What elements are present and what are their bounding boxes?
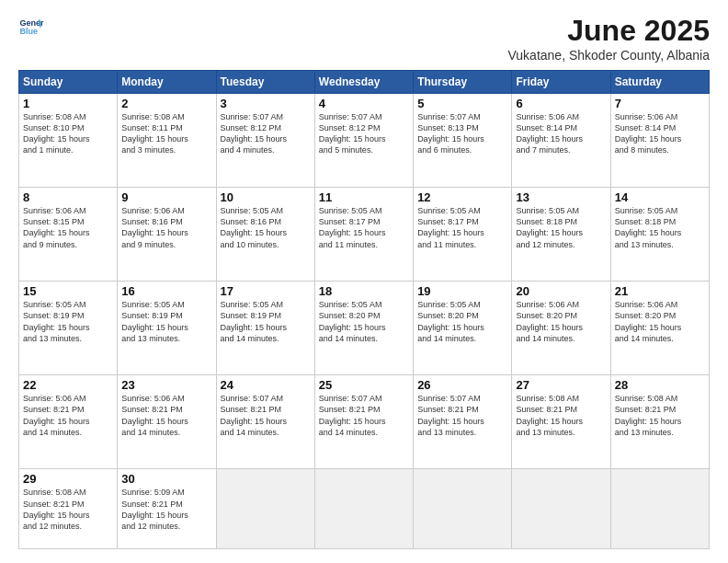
table-row: [512, 469, 610, 549]
col-saturday: Saturday: [610, 71, 709, 94]
col-monday: Monday: [118, 71, 216, 94]
location-subtitle: Vukatane, Shkoder County, Albania: [508, 48, 710, 63]
table-row: 26Sunrise: 5:07 AM Sunset: 8:21 PM Dayli…: [414, 375, 512, 469]
day-number: 7: [615, 97, 705, 110]
day-number: 12: [417, 190, 507, 204]
table-row: 27Sunrise: 5:08 AM Sunset: 8:21 PM Dayli…: [512, 375, 610, 469]
table-row: 23Sunrise: 5:06 AM Sunset: 8:21 PM Dayli…: [118, 375, 216, 469]
day-info: Sunrise: 5:05 AM Sunset: 8:19 PM Dayligh…: [121, 299, 211, 344]
day-number: 6: [516, 97, 606, 110]
col-friday: Friday: [512, 71, 610, 94]
day-info: Sunrise: 5:09 AM Sunset: 8:21 PM Dayligh…: [121, 487, 211, 532]
day-info: Sunrise: 5:05 AM Sunset: 8:20 PM Dayligh…: [417, 299, 507, 344]
day-number: 19: [417, 284, 507, 298]
svg-text:Blue: Blue: [19, 27, 38, 36]
page: General Blue June 2025 Vukatane, Shkoder…: [0, 0, 728, 563]
table-row: 8Sunrise: 5:06 AM Sunset: 8:15 PM Daylig…: [19, 188, 118, 282]
table-row: 22Sunrise: 5:06 AM Sunset: 8:21 PM Dayli…: [19, 375, 118, 469]
month-title: June 2025: [508, 14, 710, 48]
day-number: 2: [121, 97, 211, 110]
day-number: 27: [516, 378, 606, 392]
table-row: 1Sunrise: 5:08 AM Sunset: 8:10 PM Daylig…: [19, 94, 118, 188]
table-row: 12Sunrise: 5:05 AM Sunset: 8:17 PM Dayli…: [414, 188, 512, 282]
day-info: Sunrise: 5:06 AM Sunset: 8:14 PM Dayligh…: [615, 111, 705, 156]
day-info: Sunrise: 5:06 AM Sunset: 8:20 PM Dayligh…: [516, 299, 606, 344]
col-thursday: Thursday: [414, 71, 512, 94]
col-wednesday: Wednesday: [314, 71, 413, 94]
table-row: 15Sunrise: 5:05 AM Sunset: 8:19 PM Dayli…: [19, 282, 118, 375]
table-row: [414, 469, 512, 549]
day-number: 24: [221, 378, 311, 392]
day-info: Sunrise: 5:05 AM Sunset: 8:16 PM Dayligh…: [221, 205, 311, 250]
table-row: 4Sunrise: 5:07 AM Sunset: 8:12 PM Daylig…: [314, 94, 413, 188]
table-row: [610, 469, 709, 549]
day-info: Sunrise: 5:07 AM Sunset: 8:21 PM Dayligh…: [417, 393, 507, 438]
table-row: 21Sunrise: 5:06 AM Sunset: 8:20 PM Dayli…: [610, 282, 709, 375]
day-info: Sunrise: 5:05 AM Sunset: 8:19 PM Dayligh…: [23, 299, 113, 344]
table-row: 29Sunrise: 5:08 AM Sunset: 8:21 PM Dayli…: [19, 469, 118, 549]
table-row: 3Sunrise: 5:07 AM Sunset: 8:12 PM Daylig…: [216, 94, 314, 188]
day-info: Sunrise: 5:06 AM Sunset: 8:21 PM Dayligh…: [121, 393, 211, 438]
day-number: 21: [615, 284, 705, 298]
day-number: 23: [121, 378, 211, 392]
header-row: Sunday Monday Tuesday Wednesday Thursday…: [19, 71, 710, 94]
table-row: 9Sunrise: 5:06 AM Sunset: 8:16 PM Daylig…: [118, 188, 216, 282]
table-row: 30Sunrise: 5:09 AM Sunset: 8:21 PM Dayli…: [118, 469, 216, 549]
day-info: Sunrise: 5:08 AM Sunset: 8:21 PM Dayligh…: [516, 393, 606, 438]
table-row: 2Sunrise: 5:08 AM Sunset: 8:11 PM Daylig…: [118, 94, 216, 188]
day-number: 14: [615, 190, 705, 204]
day-info: Sunrise: 5:07 AM Sunset: 8:12 PM Dayligh…: [221, 111, 311, 156]
calendar-week-row: 1Sunrise: 5:08 AM Sunset: 8:10 PM Daylig…: [19, 94, 710, 188]
day-number: 16: [121, 284, 211, 298]
day-number: 4: [319, 97, 409, 110]
day-number: 18: [319, 284, 409, 298]
day-number: 30: [121, 472, 211, 486]
day-number: 28: [615, 378, 705, 392]
day-info: Sunrise: 5:07 AM Sunset: 8:21 PM Dayligh…: [319, 393, 409, 438]
table-row: 28Sunrise: 5:08 AM Sunset: 8:21 PM Dayli…: [610, 375, 709, 469]
table-row: 14Sunrise: 5:05 AM Sunset: 8:18 PM Dayli…: [610, 188, 709, 282]
day-info: Sunrise: 5:08 AM Sunset: 8:10 PM Dayligh…: [23, 111, 113, 156]
day-number: 15: [23, 284, 113, 298]
calendar-week-row: 15Sunrise: 5:05 AM Sunset: 8:19 PM Dayli…: [19, 282, 710, 375]
table-row: 17Sunrise: 5:05 AM Sunset: 8:19 PM Dayli…: [216, 282, 314, 375]
day-info: Sunrise: 5:05 AM Sunset: 8:18 PM Dayligh…: [516, 205, 606, 250]
day-number: 8: [23, 190, 113, 204]
table-row: 11Sunrise: 5:05 AM Sunset: 8:17 PM Dayli…: [314, 188, 413, 282]
calendar-week-row: 29Sunrise: 5:08 AM Sunset: 8:21 PM Dayli…: [19, 469, 710, 549]
table-row: 10Sunrise: 5:05 AM Sunset: 8:16 PM Dayli…: [216, 188, 314, 282]
day-info: Sunrise: 5:07 AM Sunset: 8:13 PM Dayligh…: [417, 111, 507, 156]
day-info: Sunrise: 5:08 AM Sunset: 8:21 PM Dayligh…: [615, 393, 705, 438]
logo-icon: General Blue: [18, 14, 44, 40]
day-info: Sunrise: 5:05 AM Sunset: 8:19 PM Dayligh…: [221, 299, 311, 344]
day-info: Sunrise: 5:06 AM Sunset: 8:20 PM Dayligh…: [615, 299, 705, 344]
day-number: 26: [417, 378, 507, 392]
day-info: Sunrise: 5:06 AM Sunset: 8:16 PM Dayligh…: [121, 205, 211, 250]
table-row: 16Sunrise: 5:05 AM Sunset: 8:19 PM Dayli…: [118, 282, 216, 375]
day-number: 13: [516, 190, 606, 204]
day-info: Sunrise: 5:05 AM Sunset: 8:18 PM Dayligh…: [615, 205, 705, 250]
table-row: 7Sunrise: 5:06 AM Sunset: 8:14 PM Daylig…: [610, 94, 709, 188]
calendar-week-row: 22Sunrise: 5:06 AM Sunset: 8:21 PM Dayli…: [19, 375, 710, 469]
day-number: 9: [121, 190, 211, 204]
table-row: 24Sunrise: 5:07 AM Sunset: 8:21 PM Dayli…: [216, 375, 314, 469]
day-number: 10: [221, 190, 311, 204]
title-block: June 2025 Vukatane, Shkoder County, Alba…: [508, 14, 710, 63]
col-sunday: Sunday: [19, 71, 118, 94]
table-row: [314, 469, 413, 549]
day-number: 20: [516, 284, 606, 298]
day-number: 1: [23, 97, 113, 110]
day-info: Sunrise: 5:05 AM Sunset: 8:17 PM Dayligh…: [319, 205, 409, 250]
header: General Blue June 2025 Vukatane, Shkoder…: [18, 14, 710, 63]
day-number: 29: [23, 472, 113, 486]
day-info: Sunrise: 5:06 AM Sunset: 8:21 PM Dayligh…: [23, 393, 113, 438]
day-number: 25: [319, 378, 409, 392]
calendar-table: Sunday Monday Tuesday Wednesday Thursday…: [18, 70, 710, 549]
table-row: 18Sunrise: 5:05 AM Sunset: 8:20 PM Dayli…: [314, 282, 413, 375]
table-row: 5Sunrise: 5:07 AM Sunset: 8:13 PM Daylig…: [414, 94, 512, 188]
day-number: 11: [319, 190, 409, 204]
day-info: Sunrise: 5:07 AM Sunset: 8:21 PM Dayligh…: [221, 393, 311, 438]
table-row: 20Sunrise: 5:06 AM Sunset: 8:20 PM Dayli…: [512, 282, 610, 375]
table-row: 19Sunrise: 5:05 AM Sunset: 8:20 PM Dayli…: [414, 282, 512, 375]
col-tuesday: Tuesday: [216, 71, 314, 94]
